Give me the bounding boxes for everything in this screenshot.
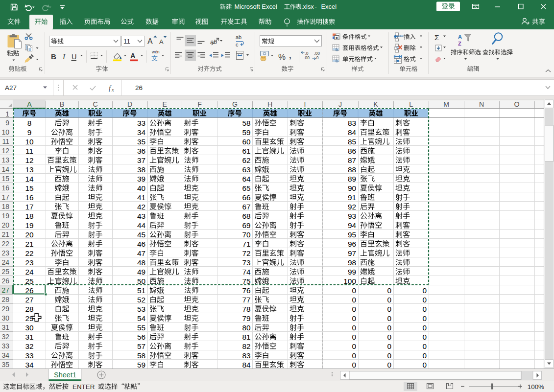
svg-text:E: E xyxy=(162,100,167,108)
svg-text:0: 0 xyxy=(387,296,391,304)
svg-text:91: 91 xyxy=(348,193,356,202)
svg-text:37: 37 xyxy=(137,156,145,164)
svg-text:0: 0 xyxy=(387,333,391,341)
svg-text:22: 22 xyxy=(25,249,33,257)
svg-text:81: 81 xyxy=(242,333,250,341)
svg-text:%: % xyxy=(278,52,286,62)
svg-text:0: 0 xyxy=(422,305,427,313)
svg-text:73: 73 xyxy=(242,258,250,267)
svg-text:M: M xyxy=(443,100,449,108)
svg-text:0: 0 xyxy=(422,286,427,295)
svg-text:0: 0 xyxy=(387,323,391,332)
svg-text:10: 10 xyxy=(25,138,33,146)
svg-text:0: 0 xyxy=(387,305,391,313)
svg-text:94: 94 xyxy=(348,221,357,230)
svg-text:L: L xyxy=(409,100,413,108)
svg-text:84: 84 xyxy=(242,361,251,369)
svg-text:43: 43 xyxy=(137,212,145,220)
svg-text:54: 54 xyxy=(137,314,146,323)
svg-text:0: 0 xyxy=(352,305,356,313)
svg-text:26: 26 xyxy=(135,84,143,92)
svg-text:K: K xyxy=(373,100,378,108)
svg-text:85: 85 xyxy=(348,138,356,146)
svg-text:62: 62 xyxy=(242,156,250,164)
svg-text:.xlsx: .xlsx xyxy=(301,3,314,10)
svg-text:≠: ≠ xyxy=(336,36,338,40)
svg-text:26: 26 xyxy=(25,286,33,295)
svg-text:,: , xyxy=(289,51,291,60)
svg-text:38: 38 xyxy=(137,165,145,174)
svg-text:ab: ab xyxy=(210,39,217,46)
svg-text:60: 60 xyxy=(242,138,250,146)
svg-text:x: x xyxy=(111,87,114,92)
svg-text:58: 58 xyxy=(242,119,250,127)
svg-text:11: 11 xyxy=(25,147,33,155)
svg-text:A27: A27 xyxy=(5,84,17,92)
svg-text:0: 0 xyxy=(387,361,391,369)
svg-text:20: 20 xyxy=(25,231,33,239)
svg-text:83: 83 xyxy=(348,119,356,127)
svg-text:68: 68 xyxy=(242,212,250,220)
svg-text:19: 19 xyxy=(1,212,9,220)
svg-text:31: 31 xyxy=(1,323,9,331)
svg-text:I: I xyxy=(304,100,306,108)
svg-text:0: 0 xyxy=(422,351,427,360)
svg-text:0: 0 xyxy=(352,314,356,323)
svg-text:Excel: Excel xyxy=(321,3,337,10)
svg-text:17: 17 xyxy=(1,193,9,201)
svg-text:79: 79 xyxy=(242,314,250,323)
svg-text:F: F xyxy=(197,100,202,108)
svg-text:46: 46 xyxy=(137,240,145,248)
svg-text:63: 63 xyxy=(242,165,250,174)
svg-text:J: J xyxy=(338,100,342,108)
svg-text:88: 88 xyxy=(348,165,356,174)
svg-text:33: 33 xyxy=(1,342,9,350)
svg-text:16: 16 xyxy=(1,184,9,192)
svg-text:98: 98 xyxy=(348,258,356,267)
svg-text:74: 74 xyxy=(242,268,251,276)
svg-text:59: 59 xyxy=(137,361,145,369)
svg-text:Z: Z xyxy=(458,41,461,46)
svg-text:U: U xyxy=(72,53,76,61)
svg-text:22: 22 xyxy=(1,240,9,248)
svg-text:100: 100 xyxy=(343,277,356,285)
svg-text:23: 23 xyxy=(1,249,9,257)
svg-text:33: 33 xyxy=(137,119,145,127)
svg-text:42: 42 xyxy=(137,203,145,211)
svg-text:61: 61 xyxy=(242,147,250,155)
svg-text:14: 14 xyxy=(1,165,9,173)
svg-text:25: 25 xyxy=(25,277,33,285)
svg-text:0: 0 xyxy=(352,286,356,295)
svg-text:0: 0 xyxy=(352,323,356,332)
svg-text:40: 40 xyxy=(137,184,145,192)
svg-text:0: 0 xyxy=(387,342,391,350)
svg-text:8: 8 xyxy=(27,119,32,127)
svg-text:89: 89 xyxy=(348,175,356,183)
svg-text:0: 0 xyxy=(422,314,427,323)
svg-text:36: 36 xyxy=(137,147,145,155)
svg-text:86: 86 xyxy=(348,147,356,155)
svg-text:13: 13 xyxy=(25,165,33,174)
svg-text:15: 15 xyxy=(25,184,33,192)
svg-text:ab: ab xyxy=(236,34,241,40)
svg-text:58: 58 xyxy=(137,351,145,360)
svg-text:Σ: Σ xyxy=(434,33,439,42)
svg-text:0: 0 xyxy=(422,323,427,332)
svg-text:0: 0 xyxy=(352,342,356,350)
svg-text:A: A xyxy=(159,38,164,46)
svg-text:27: 27 xyxy=(1,286,9,294)
svg-text:80: 80 xyxy=(242,323,250,332)
svg-text:26: 26 xyxy=(1,277,9,285)
svg-text:24: 24 xyxy=(25,268,34,276)
svg-text:12: 12 xyxy=(25,156,33,164)
svg-text:57: 57 xyxy=(137,342,145,350)
svg-text:N: N xyxy=(479,100,484,108)
svg-text:.00: .00 xyxy=(304,55,310,60)
svg-text:34: 34 xyxy=(137,128,146,137)
svg-text:14: 14 xyxy=(25,175,34,183)
svg-text:I: I xyxy=(62,53,66,61)
svg-text:32: 32 xyxy=(25,342,33,350)
svg-text:0: 0 xyxy=(387,286,391,295)
svg-text:51: 51 xyxy=(137,286,145,295)
svg-text:93: 93 xyxy=(348,212,356,220)
